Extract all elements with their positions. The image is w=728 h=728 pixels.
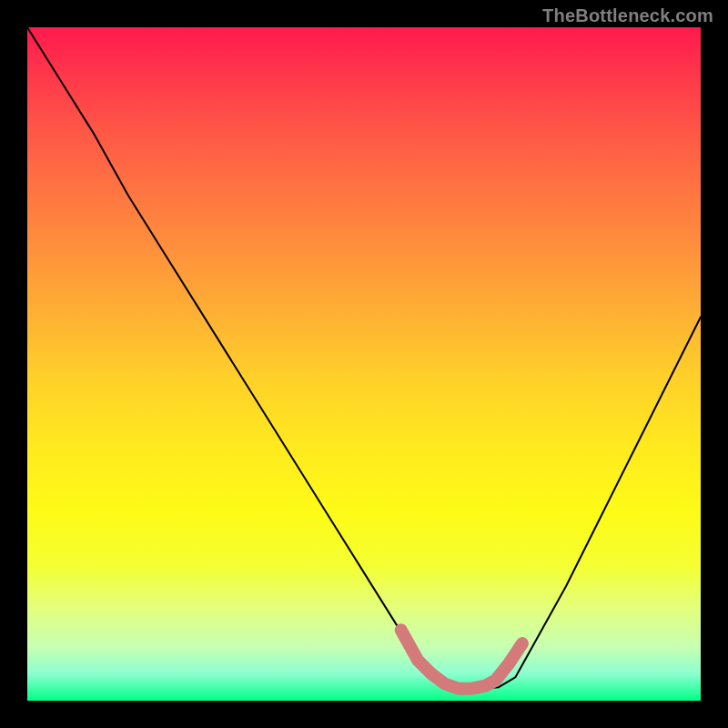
chart-frame: TheBottleneck.com [0,0,728,728]
plot-area [27,27,701,701]
attribution-text: TheBottleneck.com [542,5,713,26]
chart-svg [27,27,701,701]
optimal-band [401,630,522,688]
bottleneck-curve [27,27,701,689]
